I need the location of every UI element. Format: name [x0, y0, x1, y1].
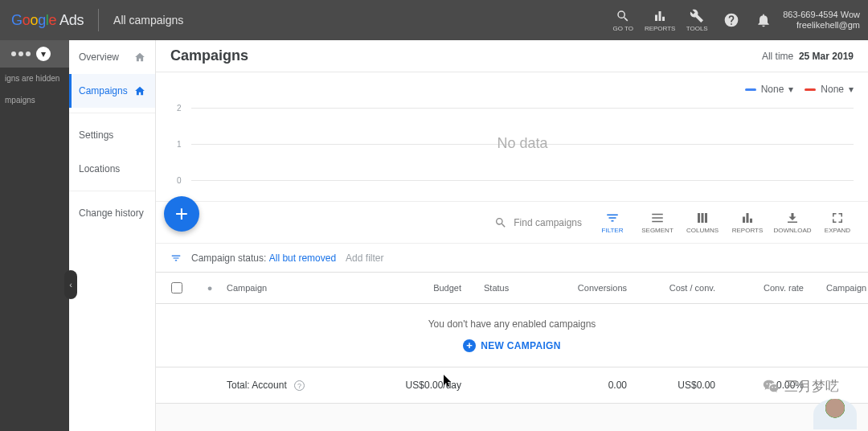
table-toolbar: Find campaigns FILTER SEGMENT COLUMNS RE… [156, 201, 868, 243]
new-campaign-link[interactable]: + NEW CAMPAIGN [463, 339, 560, 352]
left-rail: ▾ igns are hidden mpaigns [0, 40, 69, 431]
total-label-text: Total: Account [227, 380, 287, 391]
sidebar-change-history-label: Change history [79, 207, 144, 219]
new-campaign-fab[interactable]: + [164, 196, 199, 232]
sidebar-item-overview[interactable]: Overview [69, 40, 155, 74]
select-all-checkbox[interactable] [156, 282, 198, 293]
y-tick: 0 [177, 176, 182, 185]
status-dot-header: ● [198, 283, 222, 293]
expand-label: EXPAND [825, 227, 850, 234]
goto-button[interactable]: GO TO [604, 0, 641, 40]
metric-right-label: None [821, 84, 844, 95]
col-conversions[interactable]: Conversions [553, 283, 638, 293]
help-icon[interactable]: ? [294, 380, 305, 391]
columns-icon [695, 211, 710, 225]
sidebar-settings-label: Settings [79, 129, 113, 141]
col-budget[interactable]: Budget [384, 283, 473, 293]
new-campaign-label: NEW CAMPAIGN [481, 340, 560, 351]
metric-right-color [805, 88, 816, 91]
expand-icon [830, 211, 845, 225]
sidebar-campaigns-label: Campaigns [79, 85, 128, 96]
find-campaigns[interactable]: Find campaigns [494, 216, 590, 229]
sidebar-overview-label: Overview [79, 51, 119, 63]
bar-chart-icon [740, 211, 755, 225]
sidebar-separator [69, 113, 155, 113]
col-status[interactable]: Status [473, 283, 553, 293]
home-icon [134, 85, 145, 96]
search-icon [616, 9, 630, 23]
metric-right-picker[interactable]: None ▾ [805, 84, 854, 95]
goto-label: GO TO [612, 25, 633, 32]
wrench-icon [690, 9, 704, 23]
col-campaign-type[interactable]: Campaign [815, 283, 868, 293]
collapse-icon: ▾ [36, 47, 51, 61]
filter-status-chip[interactable]: Campaign status: All but removed [191, 252, 336, 264]
date-range-prefix: All time [762, 51, 793, 62]
table-empty-cta-row: + NEW CAMPAIGN [156, 335, 868, 367]
left-rail-hidden-text: igns are hidden [0, 68, 69, 89]
table-empty-message: You don't have any enabled campaigns [156, 304, 868, 335]
presenter-avatar [813, 399, 857, 429]
total-cost-conv: US$0.00 [638, 380, 727, 391]
reports-label-toolbar: REPORTS [732, 227, 764, 234]
watermark: 三月梦呓 [762, 377, 839, 396]
add-filter-button[interactable]: Add filter [346, 252, 383, 264]
help-button[interactable] [715, 12, 747, 28]
date-range-picker[interactable]: All time 25 Mar 2019 [762, 51, 854, 62]
more-icon [18, 51, 23, 56]
reports-button[interactable]: REPORTS [641, 0, 678, 40]
segment-label: SEGMENT [641, 227, 674, 234]
left-rail-expand-handle[interactable]: ‹ [64, 270, 77, 299]
mouse-cursor [444, 375, 452, 386]
sidebar-separator [69, 191, 155, 191]
sidebar: Overview Campaigns Settings Locations Ch… [69, 40, 156, 431]
col-conv-rate[interactable]: Conv. rate [727, 283, 815, 293]
filter-button[interactable]: FILTER [590, 203, 635, 242]
left-rail-item[interactable]: mpaigns [0, 89, 69, 111]
sidebar-item-campaigns[interactable]: Campaigns [69, 74, 155, 108]
filter-icon [605, 211, 620, 225]
left-rail-top[interactable]: ▾ [0, 40, 69, 68]
filter-bar-icon[interactable] [170, 252, 182, 264]
watermark-text: 三月梦呓 [784, 377, 839, 396]
wechat-icon [762, 378, 780, 396]
top-bar-left: Google Ads All campaigns [0, 9, 194, 31]
columns-button[interactable]: COLUMNS [680, 203, 725, 242]
bar-chart-icon [653, 9, 667, 23]
chevron-down-icon: ▾ [849, 84, 854, 95]
search-icon [494, 216, 507, 229]
gridline [191, 108, 854, 109]
sidebar-item-locations[interactable]: Locations [69, 152, 155, 186]
segment-button[interactable]: SEGMENT [635, 203, 680, 242]
top-bar-right: GO TO REPORTS TOOLS 863-669-4594 Wow fre… [604, 0, 868, 40]
main-header: Campaigns All time 25 Mar 2019 [156, 40, 868, 72]
sidebar-item-settings[interactable]: Settings [69, 118, 155, 152]
tools-label: TOOLS [686, 25, 708, 32]
table-header: ● Campaign Budget Status Conversions Cos… [156, 272, 868, 304]
columns-label: COLUMNS [686, 227, 719, 234]
main-content: Campaigns All time 25 Mar 2019 None ▾ No… [156, 40, 868, 431]
find-placeholder: Find campaigns [514, 217, 582, 228]
page-title: Campaigns [170, 47, 248, 64]
sidebar-locations-label: Locations [79, 163, 120, 174]
account-info[interactable]: 863-669-4594 Wow freelikehell@gm [780, 10, 868, 31]
col-cost-conv[interactable]: Cost / conv. [638, 283, 727, 293]
home-icon [134, 51, 145, 63]
sidebar-item-change-history[interactable]: Change history [69, 196, 155, 230]
total-row-label: Total: Account ? [222, 380, 384, 392]
col-campaign[interactable]: Campaign [222, 283, 384, 293]
metric-left-label: None [761, 84, 784, 95]
filter-status-label: Campaign status: [191, 252, 266, 264]
tools-button[interactable]: TOOLS [678, 0, 715, 40]
divider [98, 9, 99, 31]
gridline [191, 180, 854, 181]
expand-button[interactable]: EXPAND [815, 203, 860, 242]
download-button[interactable]: DOWNLOAD [770, 203, 815, 242]
metric-left-color [745, 88, 756, 91]
total-budget: US$0.00/day [384, 380, 473, 391]
metric-left-picker[interactable]: None ▾ [745, 84, 794, 95]
reports-button-toolbar[interactable]: REPORTS [725, 203, 770, 242]
notifications-button[interactable] [747, 12, 780, 28]
breadcrumb[interactable]: All campaigns [113, 14, 183, 27]
segment-icon [650, 211, 665, 225]
